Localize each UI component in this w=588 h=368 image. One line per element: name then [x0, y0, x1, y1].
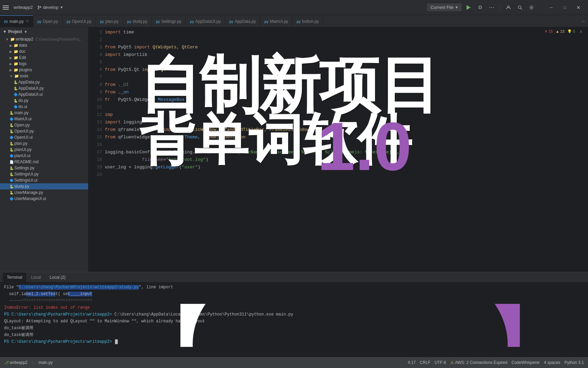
- run-icon: [467, 5, 471, 10]
- tab-button-py[interactable]: py button.py: [293, 16, 323, 27]
- accounts-button[interactable]: [504, 3, 513, 12]
- terminal-line-1: File "C:\Users\zhang\PycharmProjects\wri…: [4, 284, 584, 291]
- terminal-panel: Terminal Local Local (2) File "C:\Users\…: [0, 272, 588, 357]
- debug-button[interactable]: [475, 3, 485, 12]
- tree-item-planui-py[interactable]: 🐍 planUI.py: [0, 147, 88, 153]
- project-header[interactable]: ▼ Project ▼: [0, 27, 88, 36]
- ui-file-icon: 🔷: [10, 197, 14, 201]
- tab-study-py[interactable]: py study.py: [123, 16, 152, 27]
- minimize-button[interactable]: ─: [544, 0, 558, 15]
- code-line-10: fr PyQt5.QWidgets MessageBox: [105, 96, 583, 104]
- tree-item-readme-md[interactable]: 📄 README.md: [0, 159, 88, 165]
- tab-openui-py[interactable]: py OpenUI.py: [63, 16, 96, 27]
- status-encoding[interactable]: UTF-8: [433, 360, 447, 365]
- git-icon: ⎇: [4, 360, 9, 365]
- status-python[interactable]: Python 3.1: [563, 360, 585, 365]
- project-header-chevron-icon: ▼: [24, 30, 28, 34]
- current-file-button[interactable]: Current File ▼: [427, 3, 462, 11]
- tree-item-usermanageui-ui[interactable]: 🔷 UserManageUI.ui: [0, 196, 88, 202]
- tree-item-appdataui-py[interactable]: 🐍 AppDataUI.py: [0, 85, 88, 91]
- terminal-line-dotask2: do_task被调用: [4, 332, 584, 338]
- status-file[interactable]: main.py: [37, 357, 54, 368]
- folder-icon: 📁: [14, 74, 19, 78]
- python-file-icon: 🐍: [14, 80, 18, 84]
- python-file-icon: 🐍: [10, 129, 14, 133]
- tab-close-icon[interactable]: ✕: [26, 19, 29, 24]
- status-position[interactable]: 4:17: [406, 360, 417, 365]
- tree-item-mainui-ui[interactable]: 🔷 MainUI.ui: [0, 116, 88, 122]
- tree-item-openui-py[interactable]: 🐍 OpenUI.py: [0, 128, 88, 134]
- tree-item-logs[interactable]: ▶ 📁 logs: [0, 61, 88, 67]
- tree-item-do-ui[interactable]: 🔷 do.ui: [0, 104, 88, 110]
- tree-item-settingsui-ui[interactable]: 🔷 SettingsUI.ui: [0, 177, 88, 183]
- tree-item-label: Edit: [19, 55, 26, 60]
- tree-item-data[interactable]: ▶ 📁 data: [0, 42, 88, 48]
- tab-mainui-py[interactable]: py MainUI.py: [260, 16, 293, 27]
- tab-file-icon: py: [229, 20, 233, 24]
- more-icon: ⋯: [489, 4, 494, 11]
- tab-main-py[interactable]: py main.py ✕: [0, 15, 33, 27]
- svg-point-5: [518, 6, 521, 9]
- terminal-tab-terminal[interactable]: Terminal: [3, 273, 26, 282]
- settings-button[interactable]: [527, 3, 536, 12]
- code-line-12: imp: [105, 111, 583, 119]
- tree-item-openui-ui[interactable]: 🔷 OpenUI.ui: [0, 134, 88, 140]
- tab-open-py[interactable]: py Open.py: [33, 16, 63, 27]
- code-line-1: import time: [105, 29, 583, 36]
- tree-item-label: plan.py: [14, 141, 28, 146]
- maximize-button[interactable]: □: [558, 0, 572, 15]
- tree-item-doc[interactable]: ▶ 📁 doc: [0, 48, 88, 55]
- tab-settings-py[interactable]: py Settings.py: [152, 16, 186, 27]
- svg-rect-3: [479, 6, 481, 9]
- tree-item-edit[interactable]: ▶ 📁 Edit: [0, 55, 88, 61]
- code-line-9: from ._on: [105, 89, 583, 96]
- person-icon: [506, 5, 511, 10]
- tree-item-plugins[interactable]: ▶ 📁 plugins: [0, 67, 88, 73]
- tree-item-appdataui-ui[interactable]: 🔷 AppDataUI.ui: [0, 91, 88, 97]
- status-right-section: 4:17 CRLF UTF-8 ⚠ AWS: 2 Connections Exp…: [406, 360, 585, 365]
- code-line-6: from PyQt5.Qt import Qt: [105, 66, 583, 74]
- branch-selector[interactable]: develop ▼: [35, 4, 65, 11]
- svg-line-6: [521, 8, 522, 10]
- status-indent-label: 4 spaces: [544, 360, 560, 365]
- tree-item-do-py[interactable]: 🐍 do.py: [0, 97, 88, 104]
- search-button[interactable]: [515, 3, 525, 12]
- status-aws[interactable]: ⚠ AWS: 2 Connections Expired: [449, 360, 509, 365]
- terminal-line-ps1: PS C:\Users\zhang\PycharmProjects\writea…: [4, 311, 584, 318]
- chevron-icon: ▼: [10, 74, 13, 78]
- tree-item-plan-py[interactable]: 🐍 plan.py: [0, 140, 88, 147]
- tree-item-appdata-py[interactable]: 🐍 AppData.py: [0, 79, 88, 85]
- tab-file-icon: py: [190, 20, 194, 24]
- tree-item-settingsui-py[interactable]: 🐍 SettingsUI.py: [0, 171, 88, 177]
- tree-item-settings-py[interactable]: 🐍 Settings.py: [0, 165, 88, 171]
- tab-appdata-py[interactable]: py AppData.py: [225, 16, 260, 27]
- terminal-line-2: self.label_2.setText( set____input: [4, 291, 584, 297]
- close-button[interactable]: ✕: [572, 0, 585, 15]
- code-line-15: from qfluentwidgets import setTheme, The…: [105, 134, 583, 141]
- terminal-tab-local[interactable]: Local: [27, 273, 45, 282]
- tree-item-open-py[interactable]: 🐍 Open.py: [0, 122, 88, 128]
- tab-plan-py[interactable]: py plan.py: [96, 16, 123, 27]
- status-codewhisperer[interactable]: CodeWhisperer: [510, 360, 541, 365]
- tree-item-tools[interactable]: ▼ 📁 tools: [0, 73, 88, 79]
- tree-item-label: UserManageUI.ui: [14, 196, 46, 201]
- tab-appdataui-py[interactable]: py AppDataUI.py: [186, 16, 225, 27]
- code-line-19: user_log = logging.getLogger("user"): [105, 164, 583, 171]
- tree-item-usermanage-py[interactable]: 🐍 UserManage.py: [0, 189, 88, 196]
- status-git[interactable]: ⎇ writeapp2: [3, 357, 29, 368]
- status-project: writeapp2: [10, 360, 28, 365]
- status-indent[interactable]: 4 spaces: [543, 360, 562, 365]
- tree-item-study-py[interactable]: 🐍 study.py: [0, 183, 88, 189]
- status-line-ending[interactable]: CRLF: [419, 360, 432, 365]
- terminal-tab-local2[interactable]: Local (2): [46, 273, 70, 282]
- tree-item-label: doc: [19, 49, 26, 54]
- tabs-overflow-button[interactable]: ⋯: [578, 16, 588, 27]
- tree-item-writeapp2[interactable]: ▼ 📁 writeapp2 C:\Users\zhang\PycharmProj…: [0, 36, 88, 42]
- more-options-button[interactable]: ⋯: [487, 3, 496, 12]
- folder-icon: 📁: [10, 37, 15, 42]
- run-button[interactable]: [464, 3, 473, 12]
- tree-item-main-py[interactable]: 🐍 main.py: [0, 110, 88, 116]
- tree-item-planui-ui[interactable]: 🔷 planUI.ui: [0, 153, 88, 159]
- ui-file-icon: 🔷: [14, 93, 18, 96]
- hamburger-menu-icon[interactable]: [3, 4, 10, 11]
